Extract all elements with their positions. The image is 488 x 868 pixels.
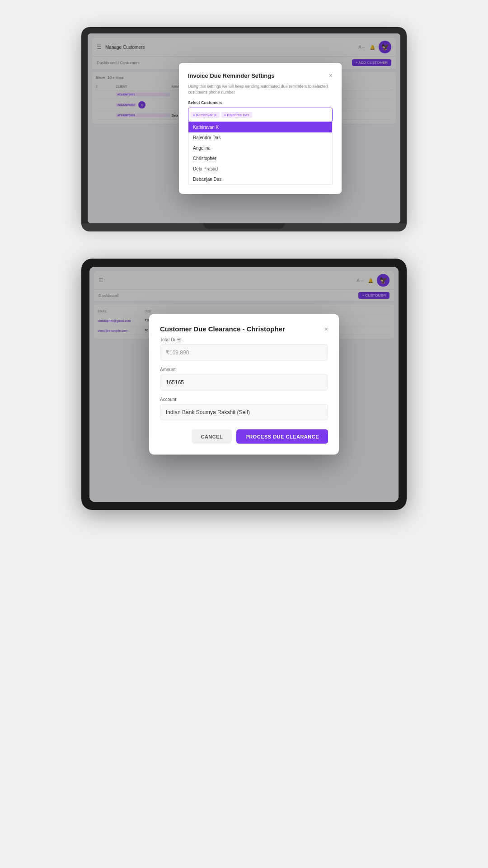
account-group: Account: [160, 397, 328, 420]
dropdown-item-christopher[interactable]: Christopher: [188, 153, 332, 164]
amount-group: Amount: [160, 367, 328, 391]
dropdown-item-debanjan[interactable]: Debanjan Das: [188, 174, 332, 184]
account-label: Account: [160, 397, 328, 402]
laptop-notch: [203, 223, 285, 229]
due-clearance-close-button[interactable]: ×: [324, 325, 328, 332]
tablet-device: ☰ A↔ 🔔 🦅 Dashboard + CUSTOMER EMAILDUE: [81, 259, 407, 510]
reminder-settings-modal: Invoice Due Reminder Settings × Using th…: [179, 63, 342, 194]
dropdown-item-rajendra[interactable]: Rajendra Das: [188, 132, 332, 143]
modal-actions: CANCEL PROCESS DUE CLEARANCE: [160, 429, 328, 444]
process-due-clearance-button[interactable]: PROCESS DUE CLEARANCE: [236, 429, 328, 444]
customer-select-box[interactable]: × Kathiravan K × Rajendra Das: [188, 108, 333, 122]
customer-dropdown: Kathiravan K Rajendra Das Angelina Chris…: [188, 122, 333, 185]
dropdown-item-kathiravan[interactable]: Kathiravan K: [188, 122, 332, 132]
tag-kathiravan[interactable]: × Kathiravan K: [190, 112, 220, 118]
modal-description: Using this settings we will keep sending…: [188, 84, 333, 95]
total-dues-label: Total Dues: [160, 337, 328, 342]
due-clearance-modal: Customer Due Clearance - Christopher × T…: [149, 314, 339, 455]
laptop-base: [81, 223, 407, 231]
modal-title: Invoice Due Reminder Settings: [188, 72, 274, 79]
cancel-button[interactable]: CANCEL: [192, 429, 232, 444]
account-input[interactable]: [160, 404, 328, 420]
laptop-screen: ☰ Manage Customers A↔ 🔔 🦅 Dashboard / Cu…: [88, 33, 400, 223]
due-clearance-modal-title: Customer Due Clearance - Christopher: [160, 325, 285, 333]
tag-label: × Kathiravan K: [193, 113, 217, 117]
tablet-screen: ☰ A↔ 🔔 🦅 Dashboard + CUSTOMER EMAILDUE: [89, 267, 399, 502]
total-dues-input: [160, 344, 328, 361]
tag-rajendra[interactable]: × Rajendra Das: [221, 112, 252, 118]
laptop-device: ☰ Manage Customers A↔ 🔔 🦅 Dashboard / Cu…: [81, 27, 407, 231]
dropdown-item-debi[interactable]: Debi Prasad: [188, 164, 332, 174]
total-dues-group: Total Dues: [160, 337, 328, 361]
amount-input[interactable]: [160, 374, 328, 391]
modal-close-button[interactable]: ×: [329, 72, 333, 79]
tag-label: × Rajendra Das: [224, 113, 249, 117]
amount-label: Amount: [160, 367, 328, 372]
select-customers-label: Select Customers: [188, 100, 333, 105]
dropdown-item-angelina[interactable]: Angelina: [188, 143, 332, 153]
